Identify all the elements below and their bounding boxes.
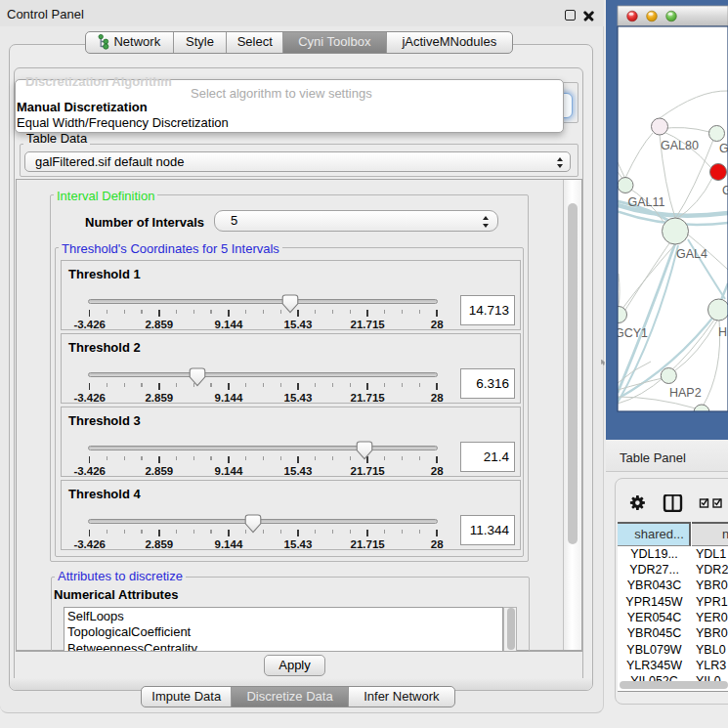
svg-text:GCY1: GCY1	[615, 326, 648, 340]
svg-text:G: G	[722, 184, 728, 197]
svg-text:GAL80: GAL80	[661, 139, 699, 152]
svg-text:GAL11: GAL11	[628, 195, 665, 209]
svg-text:H: H	[718, 325, 727, 339]
svg-text:GA: GA	[719, 142, 728, 155]
svg-text:GAL4: GAL4	[676, 247, 707, 261]
svg-text:HAP2: HAP2	[669, 386, 702, 400]
